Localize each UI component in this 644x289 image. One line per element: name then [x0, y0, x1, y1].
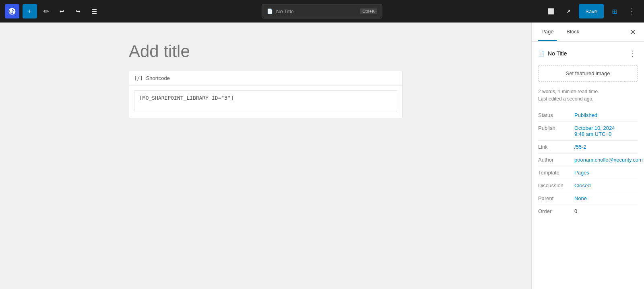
- prop-label: Discussion: [538, 182, 574, 189]
- tab-block[interactable]: Block: [563, 23, 582, 41]
- prop-label: Publish: [538, 125, 574, 131]
- undo-button[interactable]: ↩: [55, 4, 69, 18]
- prop-row: PublishOctober 10, 2024 9:48 am UTC+0: [538, 122, 638, 141]
- editor-area: [/] Shortcode [MO_SHAREPOINT_LIBRARY ID=…: [0, 23, 531, 289]
- shortcode-icon: [/]: [134, 76, 143, 81]
- edit-button[interactable]: ✏: [39, 4, 53, 18]
- meta-edited: Last edited a second ago.: [538, 95, 638, 102]
- featured-image-button[interactable]: Set featured image: [538, 65, 638, 82]
- undo-icon: ↩: [60, 8, 64, 14]
- settings-button[interactable]: ⊞: [607, 4, 621, 18]
- meta-words: 2 words, 1 minute read time.: [538, 88, 638, 95]
- add-block-button[interactable]: +: [23, 4, 37, 18]
- prop-row: Order0: [538, 205, 638, 217]
- toolbar-center: 📄 No Title Ctrl+K: [262, 4, 382, 18]
- prop-row: Authorpoonam.cholle@xecurity.com: [538, 154, 638, 166]
- prop-value[interactable]: Published: [574, 112, 638, 118]
- redo-icon: ↪: [76, 8, 80, 14]
- more-icon: ⋮: [628, 7, 636, 16]
- sidebar: Page Block ✕ 📄 No Title ⋮ Set featured i…: [531, 23, 644, 289]
- prop-label: Template: [538, 170, 574, 176]
- plus-icon: +: [28, 8, 31, 15]
- shortcode-input[interactable]: [MO_SHAREPOINT_LIBRARY ID="3"]: [134, 90, 397, 111]
- sidebar-header: Page Block ✕: [532, 23, 644, 42]
- save-button[interactable]: Save: [579, 4, 604, 18]
- command-search[interactable]: 📄 No Title Ctrl+K: [262, 4, 382, 18]
- prop-row: TemplatePages: [538, 166, 638, 179]
- prop-value[interactable]: /55-2: [574, 144, 638, 150]
- tab-page[interactable]: Page: [538, 23, 557, 41]
- main-area: [/] Shortcode [MO_SHAREPOINT_LIBRARY ID=…: [0, 23, 644, 289]
- pencil-icon: ✏: [43, 8, 49, 15]
- view-button[interactable]: ⬜: [543, 4, 558, 18]
- meta-info: 2 words, 1 minute read time. Last edited…: [538, 88, 638, 102]
- toolbar-right: ⬜ ↗ Save ⊞ ⋮: [543, 4, 639, 18]
- prop-row: ParentNone: [538, 192, 638, 205]
- main-toolbar: + ✏ ↩ ↪ ☰ 📄 No Title Ctrl+K ⬜ ↗ Save: [0, 0, 644, 23]
- prop-value[interactable]: Pages: [574, 170, 638, 176]
- shortcode-block: [/] Shortcode [MO_SHAREPOINT_LIBRARY ID=…: [129, 71, 402, 118]
- settings-icon: ⊞: [612, 8, 617, 15]
- wp-logo[interactable]: [5, 4, 19, 18]
- post-title-label: No Title: [548, 50, 624, 57]
- page-title-input[interactable]: [129, 42, 402, 61]
- post-title-row: 📄 No Title ⋮: [538, 48, 638, 59]
- external-link-icon: ↗: [566, 8, 571, 14]
- post-doc-icon: 📄: [538, 51, 545, 57]
- prop-value: 0: [574, 208, 638, 214]
- prop-value[interactable]: Closed: [574, 182, 638, 189]
- properties-table: StatusPublishedPublishOctober 10, 2024 9…: [538, 109, 638, 217]
- document-icon: 📄: [267, 8, 273, 14]
- list-icon: ☰: [91, 8, 97, 15]
- prop-label: Author: [538, 157, 574, 163]
- sidebar-body: 📄 No Title ⋮ Set featured image 2 words,…: [532, 42, 644, 289]
- editor-content: [/] Shortcode [MO_SHAREPOINT_LIBRARY ID=…: [129, 42, 402, 270]
- document-overview-button[interactable]: ☰: [87, 4, 101, 18]
- redo-button[interactable]: ↪: [71, 4, 85, 18]
- toolbar-left: + ✏ ↩ ↪ ☰: [5, 4, 101, 18]
- more-tools-button[interactable]: ⋮: [625, 4, 639, 18]
- search-title: No Title: [276, 8, 294, 14]
- block-label: Shortcode: [146, 75, 170, 81]
- post-title-more-button[interactable]: ⋮: [627, 48, 638, 59]
- prop-row: DiscussionClosed: [538, 179, 638, 192]
- sidebar-close-button[interactable]: ✕: [628, 26, 638, 38]
- preview-button[interactable]: ↗: [561, 4, 576, 18]
- monitor-icon: ⬜: [547, 8, 554, 14]
- prop-label: Parent: [538, 195, 574, 201]
- search-shortcut: Ctrl+K: [360, 8, 377, 14]
- prop-label: Link: [538, 144, 574, 150]
- prop-row: StatusPublished: [538, 109, 638, 122]
- prop-value[interactable]: October 10, 2024 9:48 am UTC+0: [574, 125, 638, 137]
- prop-label: Status: [538, 112, 574, 118]
- prop-value[interactable]: None: [574, 195, 638, 201]
- prop-label: Order: [538, 208, 574, 214]
- prop-value[interactable]: poonam.cholle@xecurity.com: [574, 157, 643, 163]
- block-header: [/] Shortcode: [129, 71, 402, 86]
- prop-row: Link/55-2: [538, 141, 638, 154]
